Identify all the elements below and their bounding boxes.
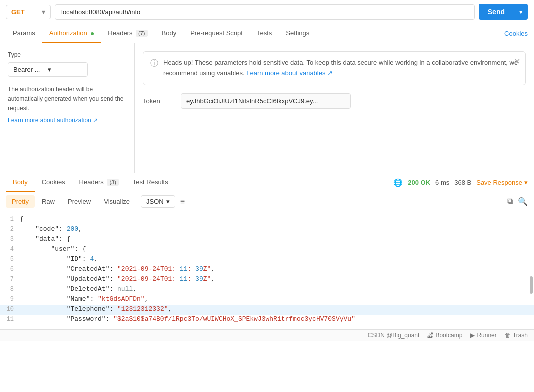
table-row: 8 "DeletedAt": null, (0, 286, 534, 296)
auth-description: The authorization header will be automat… (8, 85, 126, 114)
copy-icon[interactable]: ⧉ (508, 197, 513, 206)
line-number: 10 (0, 306, 20, 313)
response-size: 368 B (454, 179, 472, 186)
resp-tab-test-results[interactable]: Test Results (126, 174, 176, 192)
learn-more-auth-link[interactable]: Learn more about authorization ↗ (8, 117, 98, 124)
trash-item: 🗑 Trash (505, 332, 528, 339)
table-row: 1{ (0, 216, 534, 226)
tab-headers[interactable]: Headers (7) (101, 24, 154, 43)
line-number: 9 (0, 296, 20, 303)
table-row: 11 "Password": "$2a$10$a74B0f/lRpc3To/wU… (0, 316, 534, 326)
line-number: 11 (0, 316, 20, 323)
subtab-raw[interactable]: Raw (36, 196, 61, 208)
scrollbar[interactable] (530, 276, 533, 294)
code-area: 1{2 "code": 200,3 "data": {4 "user": {5 … (0, 212, 534, 330)
globe-icon: 🌐 (394, 178, 403, 188)
line-number: 5 (0, 256, 20, 263)
line-content: "Telephone": "12312312332", (20, 306, 534, 313)
save-response-button[interactable]: Save Response ▾ (476, 179, 528, 186)
authorization-active-dot (91, 32, 94, 36)
body-subtabs: Pretty Raw Preview Visualize JSON ▾ ≡ ⧉ … (0, 192, 534, 212)
type-label: Type (8, 52, 126, 58)
token-row: Token (143, 94, 526, 109)
bootcamp-item: 🏕 Bootcamp (428, 332, 462, 339)
type-value: Bearer ... (14, 66, 48, 74)
chevron-down-icon: ▾ (48, 66, 82, 74)
line-content: "UpdatedAt": "2021-09-24T01: 11: 39Z", (20, 276, 534, 283)
response-actions: 🌐 200 OK 6 ms 368 B Save Response ▾ (394, 178, 528, 188)
line-number: 2 (0, 226, 20, 233)
resp-tab-body[interactable]: Body (6, 174, 35, 192)
top-bar: GET ▾ Send ▾ (0, 0, 534, 24)
table-row: 5 "ID": 4, (0, 256, 534, 266)
tab-settings[interactable]: Settings (279, 24, 316, 43)
line-number: 7 (0, 276, 20, 283)
subtab-preview[interactable]: Preview (62, 196, 97, 208)
table-row: 3 "data": { (0, 236, 534, 246)
chevron-down-icon: ▾ (166, 198, 170, 206)
info-banner-text: Heads up! These parameters hold sensitiv… (164, 58, 518, 79)
line-content: "user": { (20, 246, 534, 253)
line-number: 8 (0, 286, 20, 293)
send-button[interactable]: Send (479, 4, 514, 20)
send-button-group: Send ▾ (479, 4, 528, 20)
auth-right-panel: ⓘ Heads up! These parameters hold sensit… (135, 44, 534, 173)
learn-more-variables-link[interactable]: Learn more about variables ↗ (246, 70, 333, 77)
token-label: Token (143, 98, 173, 105)
auth-left-panel: Type Bearer ... ▾ The authorization head… (0, 44, 135, 173)
line-content: "data": { (20, 236, 534, 243)
tab-params[interactable]: Params (6, 24, 42, 43)
runner-item: ▶ Runner (470, 332, 496, 339)
tab-tests[interactable]: Tests (250, 24, 279, 43)
table-row: 10 "Telephone": "12312312332", (0, 306, 534, 316)
line-number: 1 (0, 216, 20, 223)
format-dropdown[interactable]: JSON ▾ (141, 196, 176, 208)
line-content: { (20, 216, 534, 223)
line-content: "CreatedAt": "2021-09-24T01: 11: 39Z", (20, 266, 534, 273)
tab-body[interactable]: Body (155, 24, 184, 43)
table-row: 2 "code": 200, (0, 226, 534, 236)
table-row: 6 "CreatedAt": "2021-09-24T01: 11: 39Z", (0, 266, 534, 276)
info-icon: ⓘ (150, 58, 158, 69)
resp-tab-cookies[interactable]: Cookies (35, 174, 72, 192)
table-row: 9 "Name": "ktGdsADFDn", (0, 296, 534, 306)
info-banner: ⓘ Heads up! These parameters hold sensit… (143, 52, 526, 86)
type-dropdown[interactable]: Bearer ... ▾ (8, 62, 88, 77)
line-number: 4 (0, 246, 20, 253)
runner-icon: ▶ (470, 332, 475, 339)
subtab-visualize[interactable]: Visualize (98, 196, 136, 208)
search-icon[interactable]: 🔍 (518, 197, 528, 206)
line-content: "Name": "ktGdsADFDn", (20, 296, 534, 303)
main-tabs: Params Authorization Headers (7) Body Pr… (0, 24, 534, 44)
chevron-down-icon: ▾ (524, 179, 528, 186)
resp-tab-headers[interactable]: Headers (3) (72, 174, 126, 192)
tab-authorization[interactable]: Authorization (42, 24, 102, 43)
close-icon[interactable]: ✕ (514, 57, 520, 66)
cookies-button[interactable]: Cookies (504, 30, 528, 38)
csdn-label: CSDN @Big_quant (368, 332, 420, 339)
trash-icon: 🗑 (505, 332, 511, 339)
url-input[interactable] (55, 4, 475, 20)
line-content: "ID": 4, (20, 256, 534, 263)
token-input[interactable] (181, 94, 351, 109)
line-content: "code": 200, (20, 226, 534, 233)
response-tabs: Body Cookies Headers (3) Test Results 🌐 … (0, 174, 534, 192)
method-label: GET (12, 8, 25, 16)
auth-area: Type Bearer ... ▾ The authorization head… (0, 44, 534, 174)
line-number: 3 (0, 236, 20, 243)
bottom-bar: CSDN @Big_quant 🏕 Bootcamp ▶ Runner 🗑 Tr… (0, 330, 534, 341)
line-content: "Password": "$2a$10$a74B0f/lRpc3To/wUIWC… (20, 316, 534, 323)
bootcamp-icon: 🏕 (428, 332, 434, 339)
chevron-down-icon: ▾ (42, 8, 46, 16)
status-badge: 200 OK (408, 179, 430, 186)
line-content: "DeletedAt": null, (20, 286, 534, 293)
filter-icon[interactable]: ≡ (180, 198, 185, 206)
method-dropdown[interactable]: GET ▾ (6, 5, 51, 20)
response-time: 6 ms (436, 179, 450, 186)
tab-pre-request-script[interactable]: Pre-request Script (184, 24, 250, 43)
line-number: 6 (0, 266, 20, 273)
table-row: 4 "user": { (0, 246, 534, 256)
send-arrow-button[interactable]: ▾ (514, 4, 528, 20)
subtab-pretty[interactable]: Pretty (6, 196, 35, 208)
table-row: 7 "UpdatedAt": "2021-09-24T01: 11: 39Z", (0, 276, 534, 286)
